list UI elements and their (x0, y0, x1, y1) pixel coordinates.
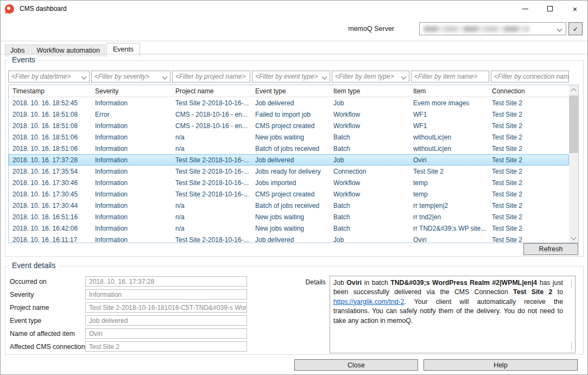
filter-placeholder: <Filter by item type> (335, 73, 394, 80)
column-header-timestamp[interactable]: Timestamp (9, 87, 91, 95)
details-segment: to (552, 288, 563, 296)
column-header-item-type[interactable]: Item type (330, 87, 409, 95)
field-value: 2018. 10. 16. 17:37:28 (85, 276, 247, 287)
cell: rr tnd2|en (409, 213, 488, 221)
close-window-button[interactable]: × (562, 1, 587, 17)
cell: withoutLic|en (409, 145, 488, 152)
table-row[interactable]: 2018. 10. 16. 18:51:06Informationn/aNew … (9, 131, 569, 143)
tab-events[interactable]: Events (106, 43, 140, 57)
column-header-severity[interactable]: Severity (91, 87, 172, 95)
filter-filter-by-item-name[interactable]: <Filter by item name> (411, 71, 489, 82)
help-button[interactable]: Help (423, 359, 578, 371)
minimize-button[interactable] (513, 1, 538, 17)
filter-filter-by-severity[interactable]: <Filter by severity> (91, 71, 170, 82)
field-value: Information (85, 289, 247, 300)
details-text: Job Oviri in batch TND&#039;s WordPress … (333, 278, 563, 326)
cell: 2018. 10. 16. 17:30:46 (9, 179, 91, 187)
server-select[interactable] (419, 22, 566, 35)
table-row[interactable]: 2018. 10. 16. 16:11:17InformationTest Si… (9, 234, 569, 243)
table-row[interactable]: 2018. 10. 16. 18:51:08InformationCMS - 2… (9, 120, 569, 131)
cell: Information (91, 99, 172, 107)
cell: Test Site 2 (488, 145, 569, 152)
column-header-event-type[interactable]: Event type (251, 87, 330, 95)
filter-filter-by-connection-name[interactable]: <Filter by connection name> (491, 71, 569, 82)
events-table: TimestampSeverityProject nameEvent typeI… (8, 85, 579, 243)
cell: withoutLic|en (409, 134, 488, 141)
server-confirm-button[interactable]: ✓ (568, 22, 583, 35)
field-value: Test Site 2-2018-10-16-181016-C5T-TND&#0… (85, 302, 247, 313)
cell: CMS - 2018-10-16 - en... (172, 111, 251, 118)
column-header-connection[interactable]: Connection (488, 87, 569, 95)
details-scroll-up-button[interactable] (571, 279, 572, 287)
field-value: Oviri (85, 328, 247, 339)
filter-row: <Filter by date/time><Filter by severity… (8, 71, 569, 82)
table-row[interactable]: 2018. 10. 16. 17:30:44Informationn/aBatc… (9, 200, 569, 211)
cell: Information (91, 168, 172, 175)
tab-jobs[interactable]: Jobs (5, 45, 30, 56)
events-table-viewport: TimestampSeverityProject nameEvent typeI… (9, 85, 569, 243)
table-row[interactable]: 2018. 10. 16. 17:30:46InformationTest Si… (9, 177, 569, 188)
table-row[interactable]: 2018. 10. 16. 17:30:45InformationTest Si… (9, 188, 569, 200)
filter-filter-by-date-time[interactable]: <Filter by date/time> (8, 71, 90, 82)
cell: n/a (172, 202, 251, 209)
table-row[interactable]: 2018. 10. 16. 17:35:54InformationTest Si… (9, 166, 569, 177)
details-scroll-down-button[interactable] (571, 342, 572, 349)
filter-placeholder: <Filter by date/time> (11, 73, 71, 80)
cell: Test Site 2-2018-10-16-... (172, 236, 251, 243)
window-title: CMS dashboard (20, 5, 67, 12)
close-icon: × (573, 5, 578, 13)
table-row[interactable]: 2018. 10. 16. 18:51:08ErrorCMS - 2018-10… (9, 109, 569, 120)
cell: Information (91, 236, 172, 243)
table-row[interactable]: 2018. 10. 16. 17:37:28InformationTest Si… (9, 154, 569, 166)
scroll-up-button[interactable] (569, 85, 578, 94)
details-textbox[interactable]: Job Oviri in batch TND&#039;s WordPress … (330, 276, 576, 353)
cell: 2018. 10. 16. 18:52:45 (9, 99, 91, 107)
cell: Test Site 2 (488, 236, 569, 243)
table-scrollbar[interactable] (569, 85, 578, 243)
scrollbar-thumb[interactable] (569, 96, 578, 153)
maximize-button[interactable] (538, 1, 562, 17)
tab-workflow-automation[interactable]: Workflow automation (31, 45, 105, 56)
cell: Batch of jobs received (251, 145, 330, 152)
filter-filter-by-event-type[interactable]: <Filter by event type> (252, 71, 330, 82)
cell: Information (91, 225, 172, 232)
cell: n/a (172, 145, 251, 152)
event-details-group-title: Event details (9, 261, 58, 270)
scroll-down-button[interactable] (569, 233, 578, 243)
table-row[interactable]: 2018. 10. 16. 16:51:16Informationn/aNew … (9, 211, 569, 223)
cell: 2018. 10. 16. 18:51:08 (9, 122, 91, 130)
refresh-button[interactable]: Refresh (523, 243, 578, 255)
table-row[interactable]: 2018. 10. 16. 18:51:06Informationn/aBatc… (9, 143, 569, 154)
field-label: Occurred on (10, 278, 85, 285)
cell: Test Site 2 (488, 225, 569, 232)
column-header-item[interactable]: Item (409, 87, 488, 95)
tab-strip: JobsWorkflow automationEvents (5, 42, 141, 56)
details-link[interactable]: https://yarglik.com/tnd-2 (333, 298, 404, 306)
filter-filter-by-item-type[interactable]: <Filter by item type> (332, 71, 409, 82)
checkmark-icon: ✓ (573, 25, 578, 33)
cell: Evem more images (409, 99, 488, 107)
header-separator (1, 41, 587, 41)
filter-filter-by-project-name[interactable]: <Filter by project name> (172, 71, 250, 82)
column-header-project-name[interactable]: Project name (172, 87, 251, 95)
field-affected-cms-connection: Affected CMS connectionTest Site 2 (10, 341, 247, 352)
cell: Information (91, 179, 172, 187)
cell: Connection (330, 168, 409, 175)
cell: Jobs ready for delivery (251, 168, 330, 175)
details-segment: Job (333, 279, 346, 287)
cell: 2018. 10. 16. 18:51:06 (9, 134, 91, 141)
close-button[interactable]: Close (294, 359, 418, 371)
chevron-up-icon (571, 88, 577, 93)
cell: Oviri (409, 236, 488, 243)
chevron-down-icon (571, 342, 572, 350)
cell: Batch (330, 134, 409, 141)
cell: n/a (172, 225, 251, 232)
cell: 2018. 10. 16. 17:30:45 (9, 190, 91, 198)
filter-placeholder: <Filter by item name> (414, 73, 477, 80)
table-row[interactable]: 2018. 10. 16. 18:52:45InformationTest Si… (9, 97, 569, 109)
cell: Test Site 2-2018-10-16-... (172, 179, 251, 187)
table-row[interactable]: 2018. 10. 16. 16:42:06Informationn/aNew … (9, 223, 569, 234)
cell: Failed to import job (251, 111, 330, 118)
cell: Batch (330, 202, 409, 209)
tab-divider (1, 54, 587, 54)
